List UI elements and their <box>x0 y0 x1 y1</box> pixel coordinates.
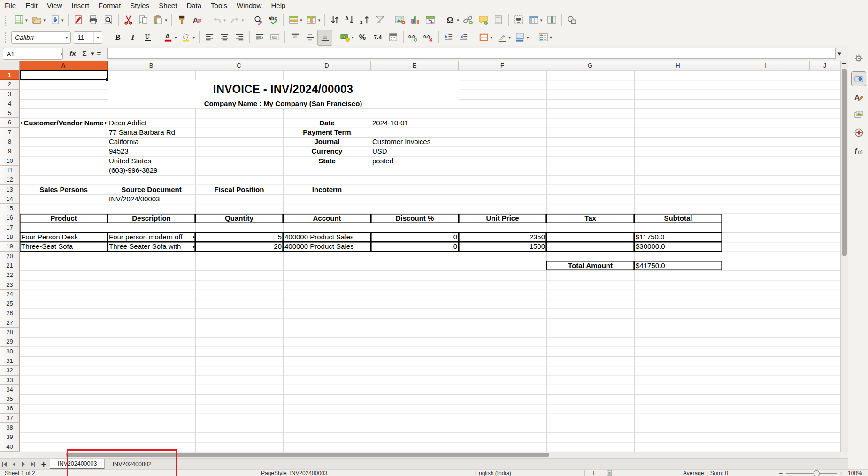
cell-E6[interactable]: 2024-10-01 <box>371 118 459 128</box>
col-header-J[interactable]: J <box>810 61 840 70</box>
insert-hyperlink-button[interactable] <box>461 12 476 28</box>
cell-B13[interactable]: Source Document <box>108 185 195 194</box>
menu-tools[interactable]: Tools <box>206 0 232 11</box>
row-header-22[interactable]: 22 <box>0 270 20 280</box>
row-header-18[interactable]: 18 <box>0 232 20 242</box>
cell-C13[interactable]: Fiscal Position <box>195 185 283 194</box>
zoom-slider[interactable] <box>786 473 837 474</box>
menu-edit[interactable]: Edit <box>21 0 42 11</box>
cell-selection-box[interactable] <box>20 70 108 80</box>
row-header-2[interactable]: 2 <box>0 80 20 89</box>
autofilter-button[interactable] <box>372 12 387 28</box>
row-header-17[interactable]: 17 <box>0 223 20 232</box>
next-sheet-icon[interactable] <box>19 459 28 470</box>
menu-file[interactable]: File <box>0 0 21 11</box>
selection-mode-icon[interactable]: I_ <box>593 470 598 476</box>
print-button[interactable] <box>86 12 101 28</box>
chevron-down-icon[interactable]: ▾ <box>491 35 493 40</box>
cell-B7[interactable]: 77 Santa Barbara Rd <box>108 128 195 137</box>
row-header-14[interactable]: 14 <box>0 194 20 204</box>
cell-E16[interactable]: Discount % <box>371 214 459 223</box>
col-header-E[interactable]: E <box>371 61 459 70</box>
underline-button[interactable]: U <box>140 30 155 46</box>
chevron-down-icon[interactable]: ▾ <box>242 18 244 23</box>
cell-E8[interactable]: Customer Invoices <box>371 137 459 146</box>
sheet-grid[interactable]: INVOICE - INV/2024/00003Company Name : M… <box>20 70 840 452</box>
row-header-20[interactable]: 20 <box>0 252 20 261</box>
cell-A19[interactable]: Three-Seat Sofa <box>20 242 108 251</box>
row-header-28[interactable]: 28 <box>0 328 20 337</box>
format-currency-button[interactable]: ▾ <box>338 30 356 46</box>
row-header-39[interactable]: 39 <box>0 432 20 442</box>
find-replace-button[interactable] <box>251 12 266 28</box>
sidebar-gallery-button[interactable] <box>851 107 866 122</box>
formula-input[interactable] <box>107 48 836 59</box>
chevron-down-icon[interactable]: ▾ <box>93 32 102 43</box>
chevron-down-icon[interactable]: ▾ <box>540 18 543 23</box>
menu-help[interactable]: Help <box>266 0 290 11</box>
sort-descending-button[interactable]: z <box>357 12 372 28</box>
italic-button[interactable]: I <box>125 30 140 46</box>
spelling-button[interactable]: abc <box>266 12 281 28</box>
chevron-down-icon[interactable]: ▾ <box>352 35 354 40</box>
row-header-16[interactable]: 16 <box>0 213 20 223</box>
cell-E18[interactable]: 0 <box>371 232 459 242</box>
increase-indent-button[interactable] <box>441 30 456 46</box>
select-all-corner[interactable] <box>0 61 20 70</box>
cell-B8[interactable]: California <box>108 137 195 146</box>
save-button[interactable]: ▾ <box>47 12 66 28</box>
menu-data[interactable]: Data <box>182 0 206 11</box>
cell-H19[interactable]: $30000.0 <box>634 242 722 251</box>
zoom-in-icon[interactable]: + <box>839 470 843 476</box>
chevron-down-icon[interactable]: ▾ <box>223 18 226 23</box>
wrap-text-button[interactable] <box>252 30 267 46</box>
col-header-G[interactable]: G <box>546 61 634 70</box>
previous-sheet-icon[interactable] <box>9 459 19 470</box>
cell-B16[interactable]: Description <box>108 214 195 223</box>
cell-B10[interactable]: United States <box>108 156 195 166</box>
align-right-button[interactable] <box>232 30 247 46</box>
function-wizard-icon[interactable]: fx <box>67 48 79 59</box>
vertical-scrollbar[interactable] <box>840 61 848 452</box>
row-header-25[interactable]: 25 <box>0 299 20 308</box>
cut-button[interactable] <box>121 12 136 28</box>
sort-ascending-button[interactable]: A <box>342 12 357 28</box>
font-name-combo[interactable]: Calibri▾ <box>11 31 71 44</box>
row-header-6[interactable]: 6 <box>0 118 20 127</box>
sidebar-functions-button[interactable]: f(x) <box>851 143 866 158</box>
cell-G16[interactable]: Tax <box>546 214 634 223</box>
insert-chart-button[interactable] <box>407 12 422 28</box>
cell-C16[interactable]: Quantity <box>195 214 283 223</box>
cell-B2[interactable]: INVOICE - INV/2024/00003 <box>108 80 459 99</box>
expand-formula-bar-icon[interactable]: ▾ <box>835 48 844 59</box>
row-header-5[interactable]: 5 <box>0 108 20 118</box>
new-doc-button[interactable]: ▾ <box>11 12 30 28</box>
menu-format[interactable]: Format <box>94 0 126 11</box>
menu-view[interactable]: View <box>42 0 67 11</box>
menu-insert[interactable]: Insert <box>67 0 94 11</box>
cell-B6[interactable]: Deco Addict <box>108 118 195 128</box>
headers-footers-button[interactable] <box>491 12 506 28</box>
row-header-31[interactable]: 31 <box>0 356 20 366</box>
special-character-button[interactable]: Ω▾ <box>443 12 461 28</box>
cell-B19[interactable]: Three Seater Sofa with <box>108 242 195 251</box>
cell-D19[interactable]: 400000 Product Sales <box>283 242 371 251</box>
insert-row-button[interactable]: ▾ <box>286 12 304 28</box>
document-modified-icon[interactable] <box>607 470 612 476</box>
align-top-button[interactable] <box>287 30 302 46</box>
menu-window[interactable]: Window <box>232 0 266 11</box>
format-percent-button[interactable]: % <box>356 30 371 46</box>
merge-cells-button[interactable] <box>267 30 282 46</box>
sort-button[interactable] <box>327 12 342 28</box>
chevron-down-icon[interactable]: ▾ <box>175 35 177 40</box>
sidebar-properties-button[interactable] <box>851 71 866 86</box>
row-header-34[interactable]: 34 <box>0 385 20 394</box>
first-sheet-icon[interactable] <box>0 459 9 470</box>
row-header-21[interactable]: 21 <box>0 261 20 270</box>
page-style-label[interactable]: PageStyle_INV202400003 <box>261 470 327 476</box>
add-sheet-button[interactable]: + <box>38 459 50 470</box>
chevron-down-icon[interactable]: ▾ <box>318 18 321 23</box>
cell-B11[interactable]: (603)-996-3829 <box>108 166 195 175</box>
format-date-button[interactable] <box>386 30 401 46</box>
split-handle[interactable] <box>842 63 846 64</box>
